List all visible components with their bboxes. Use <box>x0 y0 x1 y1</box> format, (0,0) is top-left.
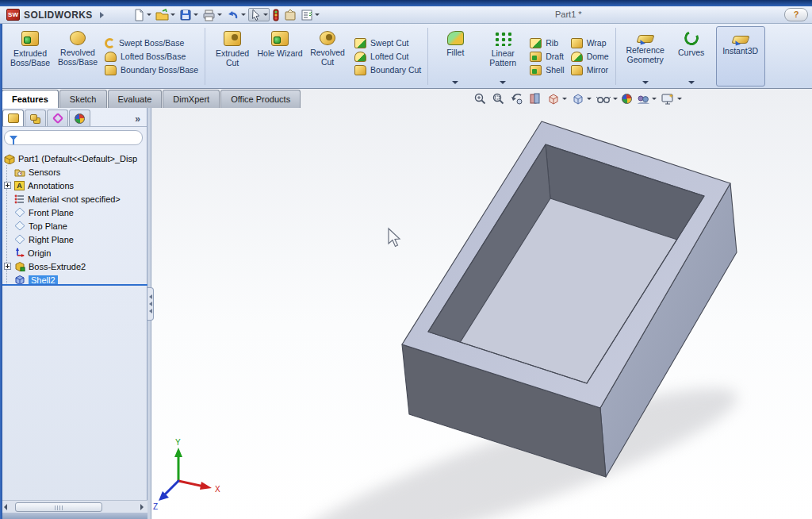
apply-scene-dropdown-icon[interactable] <box>652 98 657 100</box>
apply-scene-icon <box>636 92 650 106</box>
new-document-button[interactable] <box>131 8 153 22</box>
hide-show-dropdown-icon[interactable] <box>613 98 618 100</box>
tree-root[interactable]: Part1 (Default<<Default>_Disp <box>2 152 147 165</box>
boundary-cut-button[interactable]: Boundary Cut <box>354 65 421 75</box>
lofted-boss-button[interactable]: Lofted Boss/Base <box>105 52 198 62</box>
mouse-cursor <box>389 229 400 247</box>
scroll-right-button[interactable] <box>136 502 147 513</box>
apply-scene-button[interactable] <box>635 91 657 106</box>
dome-button[interactable]: Dome <box>571 52 609 62</box>
section-view-button[interactable] <box>527 91 543 106</box>
curves-button[interactable]: Curves <box>672 26 711 86</box>
tree-item-top-plane[interactable]: Top Plane <box>2 219 147 233</box>
rollback-bar[interactable] <box>0 284 147 286</box>
boss-extrude-icon <box>14 261 25 271</box>
featuremanager-tab[interactable] <box>2 110 24 126</box>
select-button[interactable] <box>248 8 270 21</box>
tree-item-sensors[interactable]: Sensors <box>2 165 147 179</box>
panel-collapse-handle[interactable] <box>147 287 154 321</box>
rebuild-button[interactable] <box>270 8 282 22</box>
view-orientation-button[interactable] <box>546 91 568 106</box>
print-dropdown-icon[interactable] <box>217 13 222 16</box>
tree-item-right-plane[interactable]: Right Plane <box>2 233 147 246</box>
ribbon-separator <box>615 28 616 85</box>
options-dropdown-icon[interactable] <box>315 13 320 16</box>
hide-show-items-button[interactable] <box>595 91 619 106</box>
tree-item-annotations[interactable]: A Annotations <box>2 179 147 192</box>
tab-sketch[interactable]: Sketch <box>59 90 107 108</box>
undo-dropdown-icon[interactable] <box>241 13 246 16</box>
ribbon-separator <box>427 28 428 85</box>
print-button[interactable] <box>201 8 224 22</box>
instant3d-button[interactable]: Instant3D <box>716 26 765 86</box>
options-button[interactable] <box>299 8 321 22</box>
boundary-boss-button[interactable]: Boundary Boss/Base <box>105 65 198 75</box>
triad-x-label: X <box>215 485 220 494</box>
save-dropdown-icon[interactable] <box>193 13 198 16</box>
extruded-cut-button[interactable]: Extruded Cut <box>209 26 256 86</box>
tree-item-boss-extrude2[interactable]: Boss-Extrude2 <box>2 260 147 273</box>
configurationmanager-tab[interactable] <box>25 110 46 126</box>
view-orientation-dropdown-icon[interactable] <box>562 98 567 100</box>
model-viewport[interactable]: Y X Z <box>151 108 812 519</box>
panel-overflow-chevron[interactable]: » <box>135 113 145 126</box>
tree-filter-input[interactable] <box>4 130 143 145</box>
draft-button[interactable]: Draft <box>530 52 564 62</box>
mirror-button[interactable]: Mirror <box>571 65 609 75</box>
extruded-boss-button[interactable]: Extruded Boss/Base <box>6 26 54 86</box>
hole-wizard-button[interactable]: Hole Wizard <box>256 26 304 86</box>
feature-small-group-1: Rib Draft Shell <box>527 26 567 86</box>
linear-pattern-dropdown-icon[interactable] <box>500 81 506 84</box>
open-dropdown-icon[interactable] <box>170 13 175 16</box>
tree-item-origin[interactable]: Origin <box>2 246 147 260</box>
curves-dropdown-icon[interactable] <box>688 81 695 84</box>
swept-boss-button[interactable]: Swept Boss/Base <box>105 38 198 48</box>
view-settings-button[interactable] <box>660 91 683 106</box>
propertymanager-tab[interactable] <box>47 110 68 126</box>
view-settings-dropdown-icon[interactable] <box>677 98 682 100</box>
file-properties-button[interactable] <box>282 8 298 22</box>
displaymanager-tab[interactable] <box>69 110 90 126</box>
tab-features[interactable]: Features <box>2 90 59 108</box>
fillet-button[interactable]: Fillet <box>431 26 479 86</box>
reference-geometry-button[interactable]: Reference Geometry <box>619 26 672 86</box>
lofted-cut-button[interactable]: Lofted Cut <box>354 52 421 62</box>
fillet-dropdown-icon[interactable] <box>452 81 458 84</box>
swept-cut-button[interactable]: Swept Cut <box>354 38 421 48</box>
zoom-to-fit-button[interactable] <box>473 91 488 106</box>
shell-button[interactable]: Shell <box>530 65 564 75</box>
undo-button[interactable] <box>224 8 247 22</box>
edit-appearance-button[interactable] <box>621 93 633 105</box>
zoom-to-fit-icon <box>473 92 488 106</box>
select-dropdown-icon[interactable] <box>263 13 268 16</box>
select-cursor-icon <box>250 9 262 21</box>
expand-icon[interactable] <box>4 263 11 270</box>
tab-evaluate[interactable]: Evaluate <box>108 90 163 108</box>
wrap-button[interactable]: Wrap <box>571 38 609 48</box>
menu-flyout-icon[interactable] <box>100 12 104 18</box>
window-bottom-border <box>0 513 147 519</box>
rib-button[interactable]: Rib <box>530 38 564 48</box>
scrollbar-thumb[interactable] <box>15 502 102 512</box>
display-style-button[interactable] <box>570 91 592 106</box>
solidworks-menu[interactable]: SW SOLIDWORKS <box>0 9 110 21</box>
displaymanager-icon <box>75 113 85 124</box>
revolved-boss-button[interactable]: Revolved Boss/Base <box>54 26 102 86</box>
previous-view-button[interactable] <box>509 91 525 106</box>
revolved-cut-button[interactable]: Revolved Cut <box>304 26 351 86</box>
linear-pattern-button[interactable]: Linear Pattern <box>479 26 527 86</box>
expand-icon[interactable] <box>4 182 11 189</box>
tab-dimxpert[interactable]: DimXpert <box>163 90 220 108</box>
open-button[interactable] <box>154 8 177 22</box>
display-style-dropdown-icon[interactable] <box>587 98 592 100</box>
new-dropdown-icon[interactable] <box>147 13 151 16</box>
help-button[interactable]: ? <box>784 8 808 21</box>
tree-item-material[interactable]: Material <not specified> <box>2 192 147 206</box>
tree-item-front-plane[interactable]: Front Plane <box>2 206 147 219</box>
reference-geometry-dropdown-icon[interactable] <box>642 81 649 84</box>
tab-office-products[interactable]: Office Products <box>220 90 301 108</box>
save-button[interactable] <box>178 8 200 22</box>
extruded-boss-icon <box>21 31 39 46</box>
panel-horizontal-scrollbar[interactable] <box>0 500 147 513</box>
zoom-to-area-button[interactable] <box>491 91 507 106</box>
